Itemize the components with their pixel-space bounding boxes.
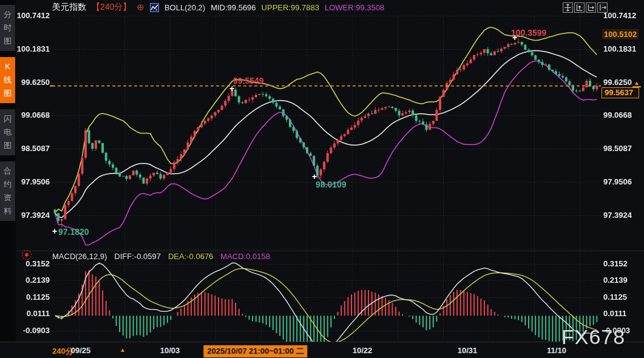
last-price-box: 99.5637 <box>602 87 639 98</box>
high-price-annotation: 99.5549 <box>233 76 264 86</box>
sidebar-tab-1[interactable]: 分 时 图 <box>0 5 15 51</box>
symbol-name: 美元指数 <box>52 2 86 13</box>
trading-app-window: 分 时 图K 线 图闪 电 图合 约 资 料 美元指数 【240分】 ⊕ BOL… <box>0 0 644 358</box>
low-price-annotation: 97.1820 <box>58 227 89 237</box>
period-selector[interactable]: 【240分】 <box>92 2 131 13</box>
fit-y-axis-tool-icon[interactable] <box>574 2 585 13</box>
sidebar-tab-2[interactable]: K 线 图 <box>0 57 15 103</box>
crosshair-tool-icon[interactable] <box>563 2 573 13</box>
low-price-annotation: 98.0109 <box>316 180 347 189</box>
alert-blink-icon <box>22 250 32 260</box>
macd-axis-label: 0.1125 <box>603 292 627 302</box>
date-label: 10/22 <box>353 346 373 355</box>
macd-axis-label: 0.0111 <box>603 309 626 319</box>
timeframe-label[interactable]: 240分 <box>52 346 73 357</box>
price-axis-label: 97.9506 <box>603 177 632 187</box>
macd-header: MACD(26,12,9) DIFF:-0.0597 DEA:-0.0676 M… <box>52 252 270 261</box>
date-label: 09/25 <box>71 346 91 355</box>
extreme-cross-marker: + <box>229 86 234 92</box>
fit-x-axis-tool-icon[interactable] <box>586 2 596 13</box>
selected-bar-date-label: 2025/10/07 21:00~01:00 二 <box>203 345 307 357</box>
chart-type-sidebar: 分 时 图K 线 图闪 电 图合 约 资 料 <box>0 0 16 358</box>
fx678-watermark: FX678 <box>561 325 625 349</box>
chart-toolbar <box>563 2 608 13</box>
boll-lower-value: LOWER:99.3508 <box>325 3 384 12</box>
chart-type-icon <box>150 3 159 12</box>
macd-axis-label: 0.2139 <box>603 275 628 285</box>
date-label: 10/31 <box>458 346 478 355</box>
extreme-cross-marker: + <box>52 228 57 234</box>
price-up-arrow-icon: ▲ <box>632 80 641 87</box>
timeframe-dropdown-arrow-icon[interactable]: ▲ <box>120 346 126 353</box>
sidebar-tab-3[interactable]: 闪 电 图 <box>0 109 15 155</box>
date-label: 10/03 <box>160 346 180 355</box>
boll-mid-value: MID:99.5696 <box>211 3 256 12</box>
boll-label: BOLL(20,2) <box>164 3 205 12</box>
sidebar-tab-4[interactable]: 合 约 资 料 <box>0 161 15 221</box>
macd-diff-value: DIFF:-0.0597 <box>114 252 161 261</box>
macd-dea-value: DEA:-0.0676 <box>168 252 213 261</box>
macd-axis-label: 0.3152 <box>603 259 628 269</box>
macd-name: MACD(26,12,9) <box>52 252 107 261</box>
session-high-label: 100.5102 <box>602 29 639 39</box>
macd-macd-value: MACD:0.0158 <box>220 252 270 261</box>
price-axis-label: 99.6250 <box>603 78 632 87</box>
price-axis-label: 98.5087 <box>603 144 632 154</box>
time-axis-bar: 240分 ▲ 09/2510/032025/10/07 21:00~01:00 … <box>0 342 644 358</box>
boll-upper-value: UPPER:99.7883 <box>262 3 319 12</box>
extreme-cross-marker: + <box>312 174 317 180</box>
price-axis-label: 97.3924 <box>603 211 632 220</box>
price-axis-label: 100.7412 <box>603 11 636 21</box>
price-axis-label: 100.1831 <box>603 44 636 54</box>
price-axis-label: 99.0668 <box>603 110 632 120</box>
extreme-cross-marker: + <box>512 35 517 41</box>
price-macd-chart-canvas[interactable] <box>0 0 644 358</box>
pan-right-tool-icon[interactable] <box>597 2 608 13</box>
chart-header: 美元指数 【240分】 ⊕ BOLL(20,2) MID:99.5696 UPP… <box>52 1 384 13</box>
alarm-icon[interactable]: ⊕ <box>137 3 144 12</box>
